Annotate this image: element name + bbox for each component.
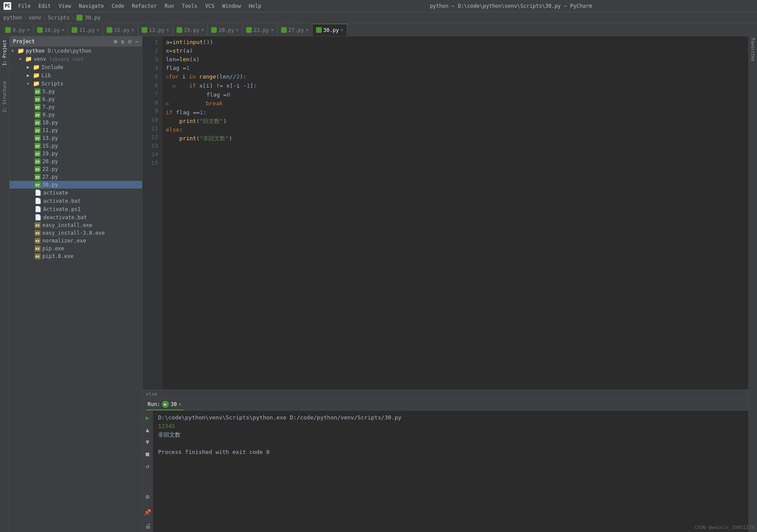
close-30py[interactable]: × (341, 27, 344, 33)
tree-22py[interactable]: py 22.py (10, 165, 142, 173)
tree-activate-bat[interactable]: 📄 activate.bat (10, 197, 142, 205)
tab-15py[interactable]: 15.py × (103, 24, 138, 36)
tree-deactivate-bat[interactable]: 📄 deactivate.bat (10, 213, 142, 221)
run-print-icon[interactable]: 🖨 (143, 522, 152, 530)
terminal-output: D:\code\python\venv\Scripts\python.exe D… (153, 411, 748, 532)
watermark: CSDN @weixin_39851178 (694, 525, 754, 530)
footer-else-label: else (146, 391, 158, 397)
menu-edit[interactable]: Edit (35, 2, 54, 10)
close-19py[interactable]: × (201, 27, 204, 33)
menu-file[interactable]: File (15, 2, 34, 10)
tree-venv[interactable]: ▾ 📁 venv library root (10, 55, 142, 63)
tree-easy-install-38[interactable]: ex easy_install-3.8.exe (10, 229, 142, 237)
tree-27py[interactable]: py 27.py (10, 173, 142, 181)
run-play-button[interactable]: ▶ (143, 413, 152, 422)
line-numbers: 1 2 3 4 5 6 7 8 9 10 11 12 13 14 15 (143, 36, 162, 390)
tree-15py[interactable]: py 15.py (10, 142, 142, 150)
tree-10py[interactable]: py 10.py (10, 119, 142, 126)
run-tab[interactable]: Run: ▶ 30 × (146, 399, 184, 410)
run-stop-button[interactable]: ■ (143, 450, 152, 458)
sidebar-tree: ▾ 📁 python D:\code\python ▾ 📁 venv libra… (10, 47, 142, 532)
menu-tools[interactable]: Tools (178, 2, 201, 10)
menu-navigate[interactable]: Navigate (76, 2, 108, 10)
right-strip: Favorites (748, 36, 757, 532)
collapse-icon[interactable]: ⇅ (121, 38, 124, 45)
close-run-tab[interactable]: × (178, 401, 181, 407)
breadcrumb-python[interactable]: python (3, 15, 22, 21)
tree-pip[interactable]: ex pip.exe (10, 245, 142, 252)
tab-bar: 9.py × 10.py × 11.py × 15.py × 13.py × 1… (0, 23, 757, 36)
menu-window[interactable]: Window (219, 2, 244, 10)
sidebar-toolbar[interactable]: ⊕ ⇅ ⚙ − (114, 38, 139, 45)
close-13py[interactable]: × (166, 27, 169, 33)
run-scroll-down[interactable]: ▼ (143, 438, 152, 446)
project-panel-label[interactable]: 1: Project (1, 38, 8, 67)
sidebar-header: Project ⊕ ⇅ ⚙ − (10, 36, 142, 47)
tree-13py[interactable]: py 13.py (10, 134, 142, 142)
tree-easy-install[interactable]: ex easy_install.exe (10, 221, 142, 229)
tree-6py[interactable]: py 6.py (10, 95, 142, 103)
code-area[interactable]: 1 2 3 4 5 6 7 8 9 10 11 12 13 14 15 a=in… (143, 36, 748, 390)
tree-20py[interactable]: py 20.py (10, 157, 142, 165)
structure-panel-label[interactable]: 2: Structure (1, 79, 8, 114)
close-9py[interactable]: × (27, 27, 30, 33)
run-rerun-button[interactable]: ↺ (143, 462, 152, 470)
tree-lib[interactable]: ▶ 📁 Lib (10, 71, 142, 79)
run-scroll-up[interactable]: ▲ (143, 425, 152, 434)
breadcrumb: python › venv › Scripts › 30.py (0, 12, 757, 23)
tree-19py[interactable]: py 19.py (10, 150, 142, 157)
tab-20py[interactable]: 20.py × (208, 24, 243, 36)
sync-icon[interactable]: ⊕ (114, 38, 117, 45)
tree-activate[interactable]: 📄 activate (10, 189, 142, 197)
tab-icon-20py (211, 27, 217, 33)
close-15py[interactable]: × (131, 27, 134, 33)
menu-refactor[interactable]: Refactor (128, 2, 160, 10)
run-pin-icon[interactable]: 📌 (143, 508, 152, 516)
breadcrumb-scripts[interactable]: Scripts (48, 15, 70, 21)
run-tab-label: Run: (148, 401, 160, 407)
tab-10py[interactable]: 10.py × (34, 24, 69, 36)
minimize-icon[interactable]: − (135, 38, 139, 45)
tab-27py[interactable]: 27.py × (278, 24, 313, 36)
tab-11py[interactable]: 11.py × (68, 24, 103, 36)
sidebar: Project ⊕ ⇅ ⚙ − ▾ 📁 python D:\code\pytho… (10, 36, 143, 532)
menu-help[interactable]: Help (245, 2, 265, 10)
tab-19py[interactable]: 19.py × (173, 24, 208, 36)
tab-30py[interactable]: 30.py × (313, 24, 348, 36)
tree-python-root[interactable]: ▾ 📁 python D:\code\python (10, 47, 142, 55)
tree-include[interactable]: ▶ 📁 Include (10, 63, 142, 71)
tree-11py[interactable]: py 11.py (10, 126, 142, 134)
tab-9py[interactable]: 9.py × (2, 24, 34, 36)
tree-7py[interactable]: py 7.py (10, 103, 142, 111)
menu-code[interactable]: Code (108, 2, 128, 10)
sidebar-title: Project (13, 38, 35, 44)
menu-view[interactable]: View (55, 2, 75, 10)
menu-vcs[interactable]: VCS (202, 2, 218, 10)
code-content[interactable]: a=int(input()) x=str(a) len=len(x) flag … (162, 36, 748, 390)
close-27py[interactable]: × (306, 27, 309, 33)
tree-5py[interactable]: py 5.py (10, 88, 142, 95)
tab-13py[interactable]: 13.py × (138, 24, 173, 36)
close-10py[interactable]: × (62, 27, 65, 33)
main-area: 1: Project 2: Structure Project ⊕ ⇅ ⚙ − … (0, 36, 757, 532)
tree-9py[interactable]: py 9.py (10, 111, 142, 119)
close-11py[interactable]: × (96, 27, 99, 33)
close-20py[interactable]: × (236, 27, 239, 33)
tab-22py[interactable]: 22.py × (243, 24, 278, 36)
app-logo: PC (3, 2, 11, 10)
editor-status-bar: else (143, 390, 748, 398)
tree-pip38[interactable]: ex pip3.8.exe (10, 252, 142, 260)
settings-icon[interactable]: ⚙ (128, 38, 131, 45)
close-22py[interactable]: × (271, 27, 274, 33)
favorites-label[interactable]: Favorites (750, 36, 756, 63)
tree-30py[interactable]: py 30.py (10, 181, 142, 189)
breadcrumb-venv[interactable]: venv (29, 15, 41, 21)
tree-scripts[interactable]: ▾ 📁 Scripts (10, 79, 142, 88)
tree-normalizer[interactable]: ex normalizer.exe (10, 237, 142, 245)
breadcrumb-file[interactable]: 30.py (85, 15, 101, 21)
title-bar: PC File Edit View Navigate Code Refactor… (0, 0, 757, 12)
menu-bar[interactable]: File Edit View Navigate Code Refactor Ru… (15, 2, 265, 10)
tree-activate-ps1[interactable]: 📄 Activate.ps1 (10, 205, 142, 213)
menu-run[interactable]: Run (161, 2, 177, 10)
run-settings-icon[interactable]: ⚙ (143, 492, 152, 501)
